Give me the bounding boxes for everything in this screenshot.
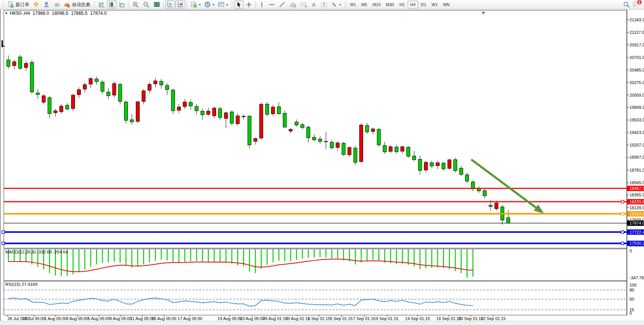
candle [459,166,463,176]
line-handle[interactable] [621,231,624,233]
candle [136,101,139,123]
new-order-button[interactable]: 新订单 [6,0,31,9]
time-label: 30 Aug 01:15 [285,316,310,321]
text-button[interactable]: A [309,0,319,9]
periods-button[interactable]: ▾ [202,0,216,9]
channel-button[interactable]: E [287,0,298,9]
horizontal-line-object[interactable] [4,186,644,191]
indicators-button[interactable]: ▾ [189,0,202,9]
time-label: 26 Aug 01:15 [263,316,288,321]
tab-timeframe-h4[interactable]: H4 [408,1,418,8]
profile-icon [43,1,50,8]
candle [507,210,510,224]
notification-badge: 1 [637,0,642,5]
candle [265,102,269,116]
crosshair-button[interactable] [244,0,254,9]
tab-timeframe-mn[interactable]: MN [440,1,452,8]
horizontal-line-object[interactable] [2,229,644,235]
candle [448,159,451,170]
zoom-out-button[interactable] [141,0,151,9]
tab-timeframe-m1[interactable]: M1 [348,1,359,8]
candle-body [465,175,469,181]
candle [124,100,128,124]
line-handle[interactable] [621,201,624,203]
trend-arrow[interactable] [471,159,544,213]
new-order-icon [7,1,14,8]
new-order-label: 新订单 [16,2,29,8]
chart-canvas[interactable]: 21343.021127.020917.020701.020485.020275… [1,10,644,321]
bar-chart-button[interactable] [97,0,107,9]
trendline-button[interactable] [277,0,287,9]
tab-timeframe-m30[interactable]: M30 [383,1,397,8]
candle-body [118,84,122,102]
hline-button[interactable] [267,0,277,9]
candle [330,140,333,150]
auto-scroll-button[interactable] [165,0,175,9]
axis-label: 18997.0 [630,155,644,159]
candle [218,107,222,120]
svg-text:T: T [323,2,325,7]
trend-arrow-shaft[interactable] [471,159,536,207]
time-label: 1 Sep 01:15 [308,316,330,321]
label-button[interactable]: T [319,0,329,9]
line-handle[interactable] [2,242,5,245]
arrows-button[interactable]: ▾ [329,0,343,9]
toolbar-grip[interactable] [344,1,346,8]
candle-body [289,129,292,131]
cursor-button[interactable] [234,0,244,9]
toolbar-grip[interactable] [231,1,233,8]
candle [177,104,181,113]
candle-body [489,205,492,206]
candle [101,80,104,94]
toolbar-grip[interactable] [93,1,95,8]
tab-timeframe-m15[interactable]: M15 [370,1,383,8]
vline-button[interactable] [257,0,266,9]
axis-label: 50 [630,297,634,301]
fibonacci-button[interactable]: F [298,0,309,9]
tab-timeframe-w1[interactable]: W1 [429,1,441,8]
candle-body [330,142,333,148]
line-handle[interactable] [621,212,624,215]
candle [24,61,28,71]
axis-label: 0 [630,311,632,315]
line-chart-button[interactable] [117,0,127,9]
tile-windows-button[interactable] [152,0,162,9]
hline-icon [268,1,275,8]
candle-body [401,147,404,151]
templates-button[interactable]: ▾ [216,0,230,9]
chart-shift-button[interactable] [175,0,185,9]
notifications-button[interactable]: 1 [632,0,641,9]
zoom-in-button[interactable] [131,0,141,9]
candle [342,142,345,156]
toolbar-grip[interactable] [2,1,4,8]
tab-timeframe-m5[interactable]: M5 [359,1,370,8]
tab-timeframe-h1[interactable]: H1 [397,1,407,8]
candle-body [60,106,63,112]
candle-body [354,148,357,162]
candle [430,161,434,168]
arrows-icon [331,1,338,8]
tab-timeframe-d1[interactable]: D1 [418,1,429,8]
candle-body [71,95,75,108]
signal-button[interactable] [52,0,62,9]
profile-button[interactable] [41,0,51,9]
horizontal-line-object[interactable] [2,241,644,246]
candle [183,99,187,109]
candle-body [301,124,304,127]
line-handle[interactable] [621,242,624,245]
market-watch-button[interactable] [31,0,41,9]
chart-shift-marker[interactable] [481,12,485,14]
auto-trading-button[interactable]: 自动交易 [62,0,92,9]
candle-body [360,125,363,162]
horizontal-line-object[interactable] [4,199,644,204]
horizontal-line-object[interactable] [4,211,644,217]
search-icon[interactable] [623,1,630,8]
candle [271,105,275,116]
candle-body [159,81,163,85]
chart-symbol-period: HK50-,H4 [10,11,30,16]
candle-chart-button[interactable] [107,0,117,9]
axis-label: 100 [630,283,636,287]
chart-title-dropdown-icon[interactable]: ▼ [5,11,8,15]
candle-body [483,191,486,196]
line-handle[interactable] [2,231,5,233]
